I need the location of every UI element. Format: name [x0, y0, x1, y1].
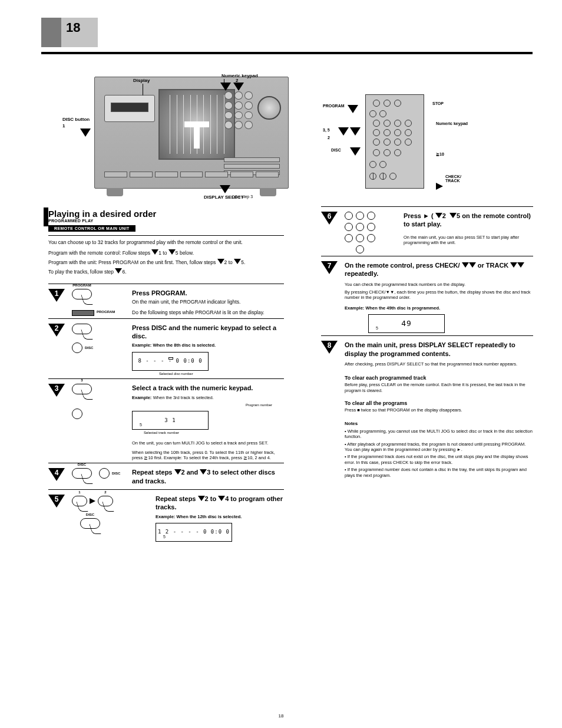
- pill-label: PROGRAM: [72, 284, 92, 287]
- step-7-desc2: By pressing CHECK/▼▼, each time you pres…: [345, 289, 533, 301]
- ref-tri-icon: [469, 262, 476, 268]
- remote-label-disc: DISC: [331, 148, 341, 152]
- callout-tri: [350, 147, 361, 157]
- lcd-display: 1 2 - - - - 0 0:0 0 5: [156, 523, 232, 542]
- step-5: 5 1 2 DISC: [48, 489, 284, 544]
- pill-label: DISC: [80, 513, 100, 516]
- program-button-icon: [72, 289, 92, 299]
- step-7-desc3: Example: When the 49th disc is programme…: [345, 305, 533, 311]
- keypad-icon: [345, 212, 375, 253]
- step-7: 7 On the remote control, press CHECK/ or…: [321, 256, 533, 335]
- notes-body-2: • After playback of programmed tracks, t…: [345, 442, 533, 453]
- lcd-display: 8 - - - - 0 0:0 0: [132, 352, 209, 371]
- ref-tri-icon: [449, 213, 457, 218]
- remote-label-keypad: Numeric keypad: [436, 121, 468, 126]
- ref-tri-icon: [234, 259, 241, 264]
- num-2-button-icon: [98, 496, 113, 506]
- pill-label: DISC: [72, 463, 92, 466]
- step-8: 8 On the main unit, press DISPLAY SELECT…: [321, 335, 533, 480]
- lcd-display: 3 1 5: [132, 411, 209, 430]
- pill-label: 2: [98, 490, 113, 494]
- section-rule: [41, 52, 533, 54]
- lcd-marker-label: Selected disc number: [159, 372, 284, 377]
- step-num-icon: 4: [48, 468, 65, 481]
- disc-circle-icon: [99, 468, 110, 479]
- step-5-title: Repeat steps 2 to 4 to program other tra…: [156, 495, 284, 512]
- ref-tri-icon: [218, 496, 225, 501]
- prog-num-label: Program number: [132, 403, 272, 408]
- step-num-icon: 2: [48, 324, 65, 337]
- notes-body-3: • If the programmed track does not exist…: [345, 454, 533, 465]
- callout-tri: [233, 83, 244, 92]
- label-keypad: Numeric keypad: [222, 73, 258, 78]
- step-num-icon: 3: [48, 384, 65, 397]
- step-8-note1: After checking, press DISPLAY SELECT so …: [345, 361, 533, 367]
- step-num-icon: 7: [321, 261, 338, 274]
- step-3: 3 3 Select a track with the numeric keyp…: [48, 378, 284, 463]
- set-circle-icon: [72, 409, 82, 419]
- label-disc-btn: DISC button: [62, 117, 90, 122]
- label-display: Display: [133, 78, 150, 83]
- main-unit-diagram: [94, 77, 289, 189]
- step-2: 2 DISC Press DISC and the numeric keypad…: [48, 318, 284, 378]
- label-ref-12: 1: [62, 123, 65, 129]
- callout-tri: [220, 185, 230, 195]
- ref-tri-icon: [217, 259, 224, 264]
- ref-tri-icon: [168, 249, 176, 255]
- step-6-title: Press ► ( 2 5 on the remote control) to …: [404, 212, 533, 229]
- step-5-note: Example: When the 12th disc is selected.: [156, 514, 284, 520]
- disc-circle-icon: [72, 342, 82, 353]
- callout-tri: [348, 105, 358, 114]
- remote-label-program: PROGRAM: [323, 104, 345, 108]
- clear-all-body: Press ■ twice so that PROGRAM on the dis…: [345, 407, 533, 413]
- step-1: 1 PROGRAM PROGRAM Press PROGRAM. On the …: [48, 284, 284, 318]
- step-4: 4 DISC DISC Repeat steps 2 and 3 to sele…: [48, 463, 284, 489]
- ref-tri-icon: [115, 268, 122, 274]
- program-indicator-icon: [72, 310, 94, 316]
- notes-heading: Notes: [345, 421, 358, 426]
- step-2-desc: Example: When the 8th disc is selected.: [132, 342, 284, 348]
- step-3-note-b: When selecting the 10th track, press 0. …: [132, 450, 284, 461]
- step-7-desc1: You can check the programmed track numbe…: [345, 282, 533, 287]
- step-2-title: Press DISC and the numeric keypad to sel…: [132, 324, 284, 341]
- step-num-icon: 8: [321, 341, 338, 354]
- remote-label-geq10: ≧10: [436, 152, 444, 157]
- arrow-right: [436, 183, 443, 190]
- ref-tri-icon: [198, 496, 205, 501]
- remote-label-check: CHECK/TRACK: [445, 174, 461, 183]
- callout-tri: [220, 83, 231, 92]
- step-1-title: Press PROGRAM.: [132, 289, 284, 297]
- step-4-title: Repeat steps 2 and 3 to select other dis…: [132, 468, 284, 485]
- clear-all-heading: To clear all the programs: [345, 400, 533, 407]
- playing-section-head: Playing in a desired order PROGRAMMED PL…: [48, 207, 284, 236]
- remote-label-digits2: 2: [328, 136, 330, 140]
- ref-tri-icon: [151, 249, 158, 255]
- playing-subtitle: PROGRAMMED PLAY: [48, 219, 284, 223]
- ref-tri-icon: [510, 262, 517, 268]
- disc-button-icon: [80, 518, 100, 529]
- step-num-icon: 6: [321, 212, 338, 225]
- callout-tri: [80, 129, 91, 138]
- step-8-title: On the main unit, press DISPLAY SELECT r…: [345, 341, 533, 358]
- playing-title: Playing in a desired order: [48, 209, 284, 219]
- callout-tri: [350, 127, 361, 137]
- remote-label-stop: STOP: [432, 101, 444, 106]
- step-3-note-a: On the unit, you can turn MULTI JOG to s…: [132, 440, 284, 446]
- leader-line: [143, 84, 143, 95]
- disc-circle-label: DISC: [112, 472, 120, 475]
- ref-tri-icon: [174, 469, 181, 475]
- ref-tri-icon: [462, 262, 469, 268]
- num-1-button-icon: [72, 496, 87, 506]
- ref-tri-icon: [517, 262, 524, 268]
- clear-each-heading: To clear each programmed track: [345, 375, 533, 382]
- page-number: 18: [66, 20, 80, 35]
- ref-tri-icon: [435, 213, 442, 218]
- step-3-title: Select a track with the numeric keypad.: [132, 384, 284, 392]
- indicator-label: PROGRAM: [97, 310, 115, 314]
- step-7-title: On the remote control, press CHECK/ or T…: [345, 261, 533, 278]
- sel-track-label: Selected track number: [144, 431, 284, 436]
- label-dsp-step: 6 for step 3: [232, 195, 253, 199]
- step-num-icon: 1: [48, 289, 65, 302]
- track-3-button-icon: [72, 384, 92, 394]
- clear-each-body: Before play, press CLEAR on the remote c…: [345, 382, 533, 393]
